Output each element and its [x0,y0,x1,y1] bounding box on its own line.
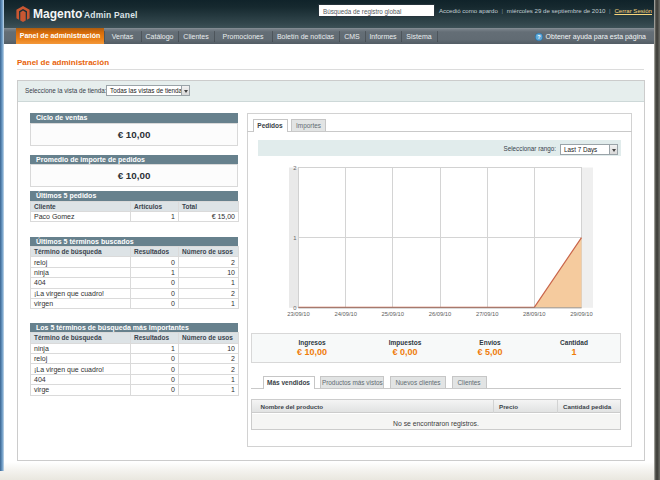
svg-text:29/09/10: 29/09/10 [570,311,593,317]
svg-text:1: 1 [293,235,296,241]
svg-text:2: 2 [293,165,296,171]
svg-text:27/09/10: 27/09/10 [476,311,499,317]
svg-text:28/09/10: 28/09/10 [523,311,546,317]
svg-text:24/09/10: 24/09/10 [334,311,357,317]
svg-text:26/09/10: 26/09/10 [429,311,452,317]
svg-text:25/09/10: 25/09/10 [382,311,405,317]
svg-text:23/09/10: 23/09/10 [287,311,310,317]
